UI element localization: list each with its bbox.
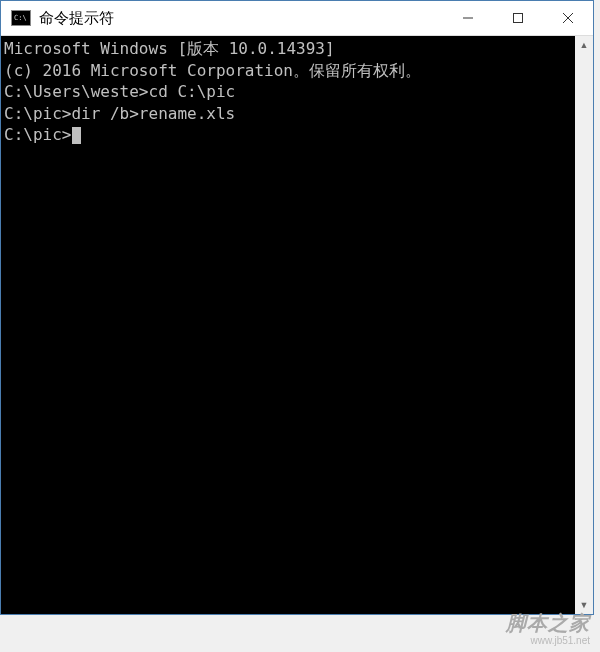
command-line-2: C:\pic>dir /b>rename.xls [4,103,590,125]
terminal-output[interactable]: Microsoft Windows [版本 10.0.14393](c) 201… [1,36,593,614]
command-line-1: C:\Users\weste>cd C:\pic [4,81,590,103]
svg-rect-1 [514,14,523,23]
prompt-path: C:\pic> [4,104,71,123]
scroll-track[interactable] [575,54,593,596]
maximize-button[interactable] [493,1,543,35]
watermark: 脚本之家 www.jb51.net [506,610,590,646]
vertical-scrollbar[interactable]: ▲ ▼ [575,36,593,614]
watermark-url: www.jb51.net [506,635,590,646]
scroll-up-button[interactable]: ▲ [575,36,593,54]
command-text: cd C:\pic [149,82,236,101]
window-title: 命令提示符 [39,9,443,28]
version-line: Microsoft Windows [版本 10.0.14393] [4,38,590,60]
window-controls [443,1,593,35]
titlebar[interactable]: C:\ 命令提示符 [1,1,593,36]
command-prompt-window: C:\ 命令提示符 Microsoft Windows [版本 10.0.143… [0,0,594,615]
copyright-line: (c) 2016 Microsoft Corporation。保留所有权利。 [4,60,590,82]
current-prompt: C:\pic> [4,124,590,146]
app-icon: C:\ [11,10,31,26]
minimize-button[interactable] [443,1,493,35]
scroll-down-button[interactable]: ▼ [575,596,593,614]
cursor-icon [72,127,81,144]
close-button[interactable] [543,1,593,35]
prompt-path: C:\pic> [4,125,71,144]
command-text: dir /b>rename.xls [71,104,235,123]
prompt-path: C:\Users\weste> [4,82,149,101]
